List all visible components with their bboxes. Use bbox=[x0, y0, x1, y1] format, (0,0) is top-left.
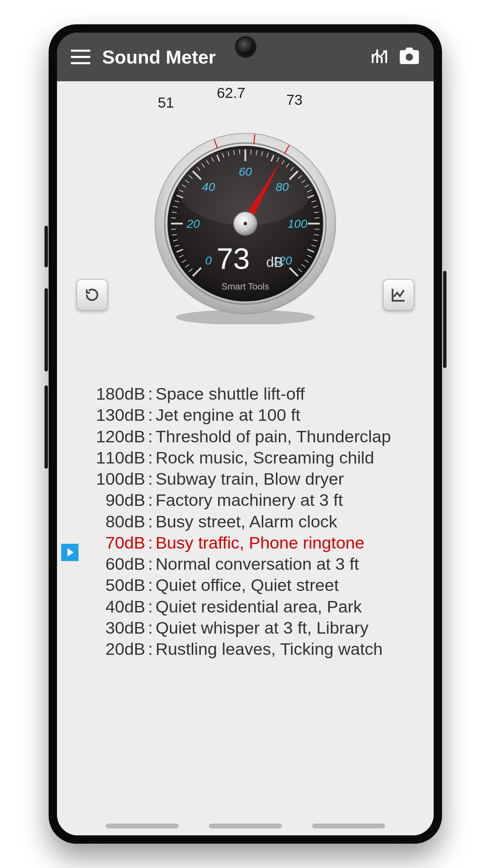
svg-line-56 bbox=[314, 229, 319, 229]
db-label: Quiet residential area, Park bbox=[156, 596, 362, 617]
play-marker-icon bbox=[61, 544, 79, 561]
db-label: Factory machinery at 3 ft bbox=[156, 490, 343, 511]
phone-side-button bbox=[44, 226, 48, 267]
front-camera bbox=[237, 38, 254, 56]
svg-text:Smart Tools: Smart Tools bbox=[222, 281, 269, 292]
refresh-button[interactable] bbox=[76, 279, 108, 310]
db-value: 80dB bbox=[79, 511, 145, 532]
svg-text:20: 20 bbox=[186, 217, 200, 230]
stats-icon[interactable] bbox=[370, 47, 388, 67]
svg-line-14 bbox=[171, 229, 176, 229]
db-row-90: 90dB : Factory machinery at 3 ft bbox=[79, 490, 417, 511]
db-label: Quiet office, Quiet street bbox=[156, 575, 339, 596]
db-row-130: 130dB : Jet engine at 100 ft bbox=[79, 404, 417, 426]
db-value: 90dB bbox=[79, 490, 145, 511]
db-row-120: 120dB : Threshold of pain, Thunderclap bbox=[79, 426, 417, 447]
db-label: Jet engine at 100 ft bbox=[156, 404, 301, 426]
db-label: Threshold of pain, Thunderclap bbox=[156, 426, 391, 447]
db-row-60: 60dB : Normal conversation at 3 ft bbox=[79, 553, 417, 575]
db-label: Rock music, Screaming child bbox=[156, 447, 374, 468]
db-row-30: 30dB : Quiet whisper at 3 ft, Library bbox=[79, 617, 417, 639]
gauge-min-marker: 51 bbox=[158, 94, 174, 111]
db-row-50: 50dB : Quiet office, Quiet street bbox=[79, 575, 417, 596]
phone-frame: Sound Meter bbox=[49, 24, 442, 844]
db-value: 70dB bbox=[79, 532, 145, 553]
svg-text:0: 0 bbox=[205, 254, 212, 267]
db-label: Busy street, Alarm clock bbox=[156, 511, 337, 532]
svg-point-82 bbox=[178, 149, 313, 225]
nav-back[interactable] bbox=[312, 824, 385, 828]
db-value: 40dB bbox=[79, 596, 145, 617]
db-row-80: 80dB : Busy street, Alarm clock bbox=[79, 511, 417, 532]
db-label: Busy traffic, Phone ringtone bbox=[156, 532, 365, 553]
db-label: Rustling leaves, Ticking watch bbox=[156, 639, 383, 660]
phone-power-button bbox=[443, 271, 447, 368]
phone-volume-down bbox=[44, 385, 48, 469]
db-value: 130dB bbox=[79, 404, 145, 426]
db-label: Normal conversation at 3 ft bbox=[156, 553, 359, 575]
db-row-70: 70dB : Busy traffic, Phone ringtone bbox=[79, 532, 417, 553]
gauge-max-marker: 73 bbox=[286, 92, 303, 108]
gauge-avg-marker: 62.7 bbox=[217, 85, 245, 101]
db-value: 100dB bbox=[79, 468, 145, 490]
app-title: Sound Meter bbox=[102, 46, 360, 68]
gauge-area: 51 62.7 73 bbox=[57, 81, 434, 331]
db-label: Quiet whisper at 3 ft, Library bbox=[156, 617, 369, 639]
svg-line-16 bbox=[171, 218, 176, 218]
svg-text:73: 73 bbox=[216, 242, 250, 275]
db-label: Subway train, Blow dryer bbox=[156, 468, 344, 490]
screen-body: 51 62.7 73 bbox=[57, 81, 434, 835]
db-row-110: 110dB : Rock music, Screaming child bbox=[79, 447, 417, 468]
db-row-20: 20dB : Rustling leaves, Ticking watch bbox=[79, 639, 417, 660]
db-row-40: 40dB : Quiet residential area, Park bbox=[79, 596, 417, 617]
nav-home[interactable] bbox=[209, 824, 282, 828]
phone-volume-up bbox=[44, 288, 48, 372]
chart-button[interactable] bbox=[383, 279, 414, 310]
menu-icon[interactable] bbox=[71, 50, 90, 64]
db-row-100: 100dB : Subway train, Blow dryer bbox=[79, 468, 417, 490]
camera-icon[interactable] bbox=[399, 47, 420, 67]
svg-text:100: 100 bbox=[288, 217, 308, 230]
db-row-180: 180dB : Space shuttle lift-off bbox=[79, 383, 417, 404]
db-value: 60dB bbox=[79, 553, 145, 575]
svg-point-0 bbox=[406, 53, 413, 61]
db-value: 20dB bbox=[79, 639, 145, 660]
svg-text:dB: dB bbox=[266, 254, 283, 270]
db-value: 110dB bbox=[79, 447, 145, 468]
screen: Sound Meter bbox=[57, 33, 434, 835]
db-value: 120dB bbox=[79, 426, 145, 447]
db-label: Space shuttle lift-off bbox=[156, 383, 305, 404]
db-reference-list: 180dB : Space shuttle lift-off 130dB : J… bbox=[57, 383, 434, 660]
db-value: 180dB bbox=[79, 383, 145, 404]
sound-gauge: 020406080100120 73 bbox=[152, 130, 339, 317]
db-value: 30dB bbox=[79, 617, 145, 639]
svg-line-54 bbox=[314, 218, 319, 218]
nav-recent[interactable] bbox=[106, 824, 179, 828]
db-value: 50dB bbox=[79, 575, 145, 596]
